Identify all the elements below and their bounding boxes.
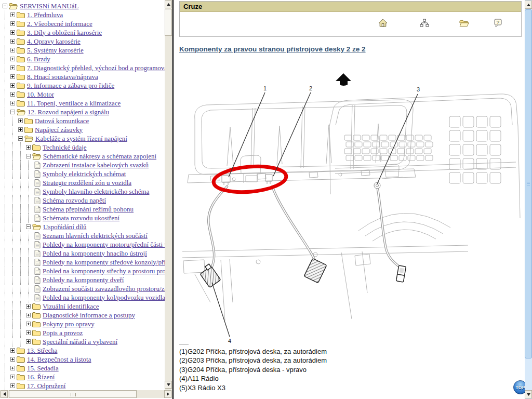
- tree-scroll-up-button[interactable]: [165, 1, 172, 8]
- tree-link[interactable]: 1. Předmluva: [27, 11, 63, 19]
- expand-icon[interactable]: [25, 313, 31, 317]
- tree-link[interactable]: 11. Topení, ventilace a klimatizace: [27, 99, 121, 108]
- expand-icon[interactable]: [18, 118, 23, 123]
- tree-link[interactable]: 5. Systémy karosérie: [27, 46, 84, 55]
- expand-icon[interactable]: [10, 57, 16, 61]
- tree-scroll-down-button[interactable]: [165, 381, 172, 389]
- expand-icon[interactable]: [10, 65, 16, 70]
- document-icon: [34, 241, 41, 248]
- tree-link[interactable]: 12. Rozvod napájení a signálu: [28, 108, 109, 116]
- expand-icon[interactable]: [10, 92, 16, 97]
- tree-link[interactable]: 14. Bezpečnost a jistota: [27, 355, 91, 364]
- tree-vertical-scrollbar[interactable]: [165, 0, 172, 390]
- tree-link[interactable]: Popis a provoz: [43, 329, 83, 337]
- legend-item: (1)G202 Příčka, přístrojová deska, za au…: [179, 347, 327, 356]
- tree-link[interactable]: Strategie rozdělení zón u vozidla: [43, 179, 131, 187]
- expand-icon[interactable]: [10, 39, 16, 44]
- tree-link[interactable]: Pohledy na komponenty motoru/přední část…: [43, 241, 165, 249]
- tree-link[interactable]: Schéma rozvodu napětí: [43, 196, 106, 205]
- folder-open-icon[interactable]: [459, 18, 469, 28]
- tree-link[interactable]: Speciální nářadí a vybavení: [43, 338, 117, 346]
- content-scroll-down-button[interactable]: [525, 390, 532, 398]
- home-icon[interactable]: [378, 18, 388, 28]
- expand-icon[interactable]: [10, 12, 16, 17]
- expand-icon[interactable]: [25, 322, 31, 326]
- tree-item: Uspořádání dílů: [2, 222, 165, 231]
- tree-link[interactable]: Zobrazení součásti zavazadlového prostor…: [43, 285, 165, 293]
- expand-icon[interactable]: [10, 357, 16, 362]
- expand-icon[interactable]: [10, 375, 16, 379]
- expand-icon[interactable]: [10, 48, 16, 52]
- expand-icon[interactable]: [10, 101, 16, 105]
- tree-link[interactable]: Schéma přepínání režimů pohonu: [43, 205, 134, 214]
- tree-link[interactable]: SERVISNí MANUáL: [20, 2, 78, 10]
- expand-icon[interactable]: [25, 145, 31, 150]
- help-icon[interactable]: ?: [493, 18, 503, 28]
- collapse-icon[interactable]: [25, 224, 31, 229]
- tree-item: Pohledy na komponenty středové konzoly/p…: [2, 258, 165, 267]
- tree-link[interactable]: Pohled na komponenty hnacího ústrojí: [43, 249, 147, 258]
- tree-horizontal-scrollbar-thumb[interactable]: [9, 390, 137, 398]
- model-title: Cruze: [180, 2, 521, 12]
- tree-horizontal-scrollbar[interactable]: [0, 390, 172, 398]
- tree-link[interactable]: Diagnostické informace a postupy: [43, 311, 135, 320]
- collapse-icon[interactable]: [10, 110, 16, 114]
- tree-item: 1. Předmluva: [2, 10, 165, 19]
- collapse-icon[interactable]: [25, 154, 31, 158]
- tree-link[interactable]: Datová komunikace: [35, 117, 89, 125]
- tree-link[interactable]: Pohled na komponenty střechy a prostoru …: [43, 267, 165, 275]
- expand-icon[interactable]: [10, 21, 16, 26]
- arrow-up-icon: [527, 4, 530, 6]
- expand-icon[interactable]: [18, 127, 23, 132]
- content-scroll-up-button[interactable]: [525, 1, 532, 9]
- tree-scroll-left-button[interactable]: [1, 390, 8, 398]
- tree-link[interactable]: 17. Odpružení: [27, 382, 65, 390]
- panel-divider[interactable]: [172, 0, 174, 399]
- tree-link[interactable]: Vizuální identifikace: [43, 302, 99, 311]
- folder-icon: [17, 29, 25, 36]
- content-vertical-scrollbar[interactable]: [525, 0, 532, 399]
- tree-link[interactable]: Pohledy na komponenty dveří: [43, 276, 124, 284]
- tree-link[interactable]: 2. Všeobecné informace: [27, 20, 92, 28]
- tree-link[interactable]: Zobrazení instalace kabelových svazků: [43, 161, 149, 169]
- expand-icon[interactable]: [25, 339, 31, 344]
- tree-link[interactable]: Uspořádání dílů: [43, 223, 86, 231]
- expand-icon[interactable]: [10, 383, 16, 388]
- tree-link[interactable]: 16. Řízení: [27, 373, 55, 381]
- tree-indent-guide: [2, 302, 10, 311]
- expand-icon[interactable]: [25, 330, 31, 335]
- expand-icon[interactable]: [10, 348, 16, 353]
- expand-icon[interactable]: [10, 74, 16, 79]
- expand-icon[interactable]: [10, 83, 16, 88]
- tree-link[interactable]: Schématické nákresy a schémata zapojení: [43, 152, 156, 161]
- tree-link[interactable]: 3. Díly a obložení karosérie: [27, 29, 102, 37]
- tree-link[interactable]: 7. Diagnostický přehled, výchozí bod a p…: [27, 64, 165, 72]
- tree-link[interactable]: 13. Střecha: [27, 347, 57, 355]
- tree-item: Strategie rozdělení zón u vozidla: [2, 178, 165, 187]
- tree-link[interactable]: Pokyny pro opravy: [43, 320, 95, 328]
- tree-link[interactable]: 10. Motor: [27, 90, 54, 99]
- tree-link[interactable]: Kabeláže a systém řízení napájení: [35, 135, 127, 143]
- expand-icon[interactable]: [10, 366, 16, 370]
- tree-link[interactable]: Pohled na komponenty kol/podvozku vozidl…: [43, 294, 165, 302]
- tree-link[interactable]: Technické údaje: [43, 143, 87, 152]
- tree-vertical-scrollbar-thumb[interactable]: [165, 9, 172, 36]
- tree-scroll-right-button[interactable]: [164, 390, 171, 398]
- tree-link[interactable]: Pohledy na komponenty středové konzoly/p…: [43, 258, 165, 267]
- tree-link[interactable]: Symboly elektrických schémat: [43, 170, 126, 178]
- tree-link[interactable]: Napájecí zásuvky: [35, 126, 83, 134]
- tree-link[interactable]: Seznam hlavních elektrických součástí: [43, 232, 148, 240]
- sitemap-icon[interactable]: [419, 18, 430, 28]
- tree-link[interactable]: 4. Opravy karosérie: [27, 37, 81, 46]
- content-vertical-scrollbar-thumb[interactable]: [525, 9, 532, 358]
- expand-icon[interactable]: [10, 30, 16, 35]
- collapse-icon[interactable]: [18, 136, 23, 141]
- tree-link[interactable]: 6. Brzdy: [27, 55, 50, 63]
- collapse-icon[interactable]: [2, 4, 8, 8]
- tree-link[interactable]: 9. Informace a zábava pro řidiče: [27, 82, 114, 90]
- tree-link[interactable]: 15. Sedadla: [27, 364, 59, 373]
- tree-link[interactable]: Schémata rozvodu ukostření: [43, 214, 119, 222]
- tree-link[interactable]: 8. Hnací soustava/náprava: [27, 73, 98, 81]
- expand-icon[interactable]: [25, 304, 31, 309]
- tree-link[interactable]: Symboly hlavního elektrického schéma: [43, 188, 149, 196]
